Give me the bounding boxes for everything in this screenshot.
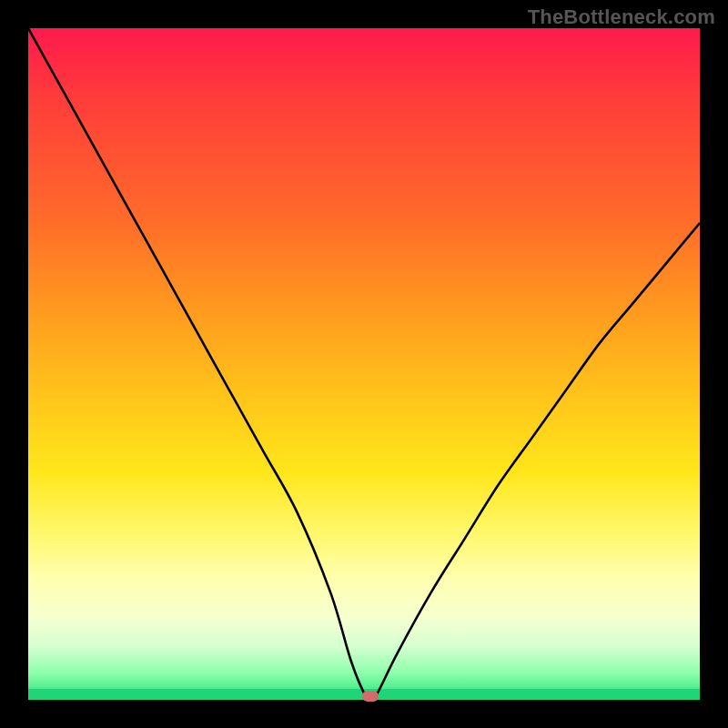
chart-frame: TheBottleneck.com (0, 0, 728, 728)
curve-svg (28, 28, 700, 700)
minimum-marker (362, 691, 379, 702)
watermark-text: TheBottleneck.com (528, 5, 715, 29)
plot-area (28, 28, 700, 700)
bottleneck-curve (28, 28, 700, 700)
